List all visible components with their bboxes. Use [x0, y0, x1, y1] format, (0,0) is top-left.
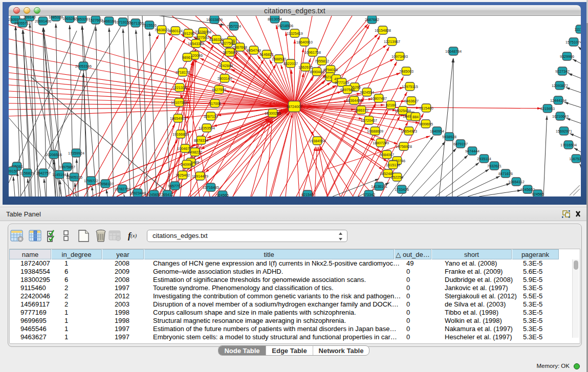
svg-text:23055713: 23055713	[14, 21, 31, 26]
svg-text:9084067: 9084067	[380, 152, 394, 157]
svg-text:252254: 252254	[391, 175, 403, 180]
svg-text:19654923: 19654923	[401, 129, 417, 134]
svg-text:3824554: 3824554	[360, 90, 374, 95]
svg-text:1795722: 1795722	[84, 179, 98, 183]
svg-text:2935114: 2935114	[477, 157, 491, 161]
svg-text:8813054: 8813054	[268, 17, 282, 21]
svg-text:20053346: 20053346	[75, 64, 92, 69]
svg-text:10961758: 10961758	[304, 50, 321, 55]
svg-text:8990448: 8990448	[310, 70, 324, 74]
svg-text:12093872: 12093872	[552, 83, 568, 88]
svg-text:9245652: 9245652	[520, 187, 535, 192]
svg-text:14136141: 14136141	[371, 184, 387, 189]
svg-text:7955812: 7955812	[315, 59, 329, 63]
svg-text:1733426: 1733426	[395, 187, 409, 192]
svg-text:209140: 209140	[24, 16, 36, 19]
svg-text:7357224: 7357224	[227, 24, 241, 29]
svg-text:1167533: 1167533	[569, 157, 581, 161]
svg-text:10923448: 10923448	[129, 191, 146, 195]
svg-text:15716485: 15716485	[203, 185, 219, 190]
svg-text:1362615: 1362615	[298, 65, 313, 70]
svg-text:8215953: 8215953	[540, 106, 555, 111]
svg-text:10973493: 10973493	[391, 54, 408, 59]
svg-text:9777169: 9777169	[335, 80, 349, 85]
svg-text:10688609: 10688609	[367, 129, 383, 134]
svg-text:16543382: 16543382	[188, 41, 204, 46]
svg-text:1145194: 1145194	[52, 172, 66, 177]
svg-text:1527602: 1527602	[89, 18, 103, 23]
svg-text:18640910: 18640910	[296, 40, 313, 45]
svg-text:12975115: 12975115	[402, 84, 418, 89]
svg-text:1156829: 1156829	[20, 171, 34, 176]
svg-text:9146821: 9146821	[259, 52, 274, 57]
svg-text:9327503: 9327503	[194, 35, 209, 40]
svg-text:924565: 924565	[216, 193, 229, 196]
svg-text:10853287: 10853287	[74, 17, 90, 21]
svg-text:6466160: 6466160	[102, 19, 116, 24]
svg-text:12444194: 12444194	[550, 98, 567, 103]
svg-text:19654925: 19654925	[170, 116, 186, 121]
svg-text:16648784: 16648784	[445, 49, 462, 54]
svg-text:173342: 173342	[363, 192, 375, 196]
svg-text:19218506: 19218506	[277, 24, 293, 28]
svg-text:317006: 317006	[209, 101, 221, 106]
svg-text:2803144: 2803144	[217, 76, 232, 81]
svg-text:12905135: 12905135	[66, 175, 82, 180]
svg-text:10958107: 10958107	[97, 182, 114, 186]
svg-text:20206516: 20206516	[46, 152, 62, 157]
svg-text:17016504: 17016504	[560, 143, 577, 147]
svg-text:4498222: 4498222	[188, 150, 202, 155]
svg-text:1085328: 1085328	[49, 16, 63, 19]
svg-text:15751074: 15751074	[565, 40, 581, 45]
svg-text:111753: 111753	[575, 27, 581, 32]
svg-text:7663822: 7663822	[155, 28, 169, 32]
svg-text:1640954: 1640954	[430, 129, 444, 134]
svg-text:1221338: 1221338	[172, 85, 187, 90]
svg-text:8660124: 8660124	[168, 29, 183, 33]
svg-text:1615132: 1615132	[386, 163, 400, 167]
svg-text:265412: 265412	[161, 192, 173, 196]
svg-text:924565: 924565	[532, 192, 544, 196]
svg-text:9463627: 9463627	[404, 99, 419, 103]
svg-text:18300295: 18300295	[265, 111, 281, 116]
svg-text:39159: 39159	[9, 169, 18, 173]
svg-text:16033809: 16033809	[206, 17, 223, 22]
svg-text:7515526: 7515526	[142, 23, 157, 28]
svg-text:7632621: 7632621	[487, 164, 502, 168]
svg-text:20691406: 20691406	[35, 19, 51, 24]
svg-text:19166829: 19166829	[172, 132, 189, 137]
svg-text:240994: 240994	[181, 162, 193, 167]
svg-text:884: 884	[412, 115, 419, 119]
svg-text:8427552: 8427552	[212, 87, 226, 92]
svg-text:19756928: 19756928	[396, 144, 412, 149]
svg-text:16210643: 16210643	[552, 114, 569, 119]
svg-text:9657791: 9657791	[168, 184, 182, 188]
svg-text:3267130: 3267130	[204, 114, 218, 119]
svg-text:6794028: 6794028	[323, 68, 338, 72]
svg-text:9899695: 9899695	[419, 122, 433, 126]
svg-text:9242848: 9242848	[219, 63, 233, 68]
svg-text:6879197: 6879197	[453, 142, 468, 146]
svg-text:891295: 891295	[182, 31, 194, 36]
svg-text:5938928: 5938928	[442, 135, 456, 139]
svg-text:10671355: 10671355	[127, 21, 144, 26]
svg-text:9227342: 9227342	[555, 69, 570, 74]
svg-text:9329966: 9329966	[560, 54, 574, 59]
svg-text:7485003: 7485003	[399, 69, 413, 74]
svg-text:2687682: 2687682	[365, 17, 379, 22]
svg-text:9115460: 9115460	[419, 106, 433, 111]
svg-text:18724007: 18724007	[286, 104, 302, 109]
svg-text:(x): (x)	[130, 232, 137, 239]
svg-text:2942757: 2942757	[36, 171, 51, 176]
svg-text:7986372: 7986372	[354, 108, 368, 113]
svg-text:15692971: 15692971	[556, 129, 572, 134]
svg-text:12353594: 12353594	[199, 126, 215, 130]
svg-text:9474444: 9474444	[465, 149, 480, 154]
svg-text:8471676: 8471676	[498, 171, 513, 176]
svg-text:16782759: 16782759	[114, 187, 130, 191]
svg-text:17359924: 17359924	[68, 151, 84, 156]
svg-text:8454749: 8454749	[247, 48, 261, 53]
svg-text:18807249: 18807249	[373, 141, 389, 145]
svg-text:2867608: 2867608	[233, 45, 247, 50]
svg-text:1588520: 1588520	[272, 57, 286, 61]
